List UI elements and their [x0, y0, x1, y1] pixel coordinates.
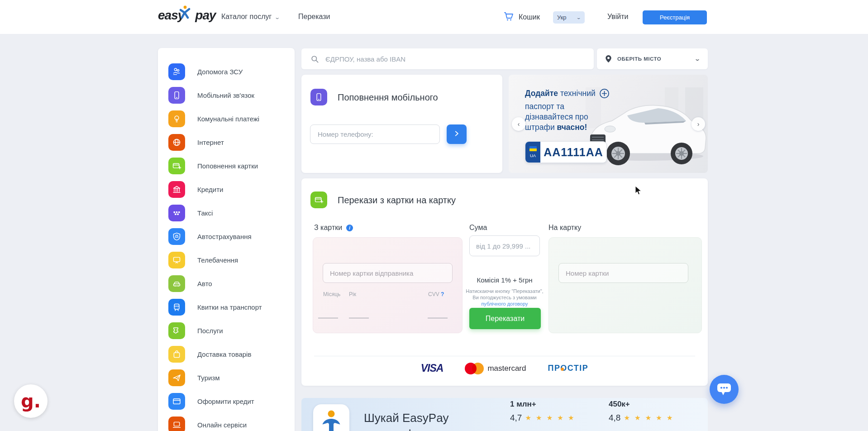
banner-text: Додайте технічний паспорт та дізнавайтес…: [525, 88, 610, 133]
sidebar-item-card[interactable]: Оформити кредит: [158, 389, 295, 413]
sidebar-item-tram[interactable]: Квитки на транспорт: [158, 295, 295, 319]
rating-value: 4,8: [609, 413, 620, 423]
city-select[interactable]: ОБЕРІТЬ МІСТО ⌄: [597, 48, 708, 69]
sidebar-item-tv[interactable]: Телебачення: [158, 248, 295, 272]
puzzle-icon: [168, 322, 185, 339]
mastercard-circles-icon: [465, 363, 484, 374]
cvv-help-icon[interactable]: ?: [441, 291, 444, 297]
topup-submit-button[interactable]: [447, 125, 467, 144]
sidebar-item-phone[interactable]: Мобільний зв'язок: [158, 83, 295, 107]
header: easy pay Каталог послуг⌄ Перекази: [0, 0, 868, 34]
recipient-card-number-input[interactable]: [558, 263, 688, 283]
sidebar-item-plane[interactable]: Туризм: [158, 366, 295, 389]
downloads-count: 1 млн+: [510, 400, 575, 409]
nav-catalog-label: Каталог послуг: [221, 13, 272, 20]
car-icon: [168, 275, 185, 292]
carousel-next-button[interactable]: ›: [692, 117, 705, 131]
language-value: Укр: [557, 14, 567, 21]
store-stat: 1 млн+ 4,7 ★ ★ ★ ★ ★: [510, 400, 575, 423]
card-icon: [168, 393, 185, 410]
year-input[interactable]: [349, 311, 369, 318]
visa-logo: VISA: [421, 362, 444, 374]
easypay-person-icon: [179, 5, 191, 21]
location-pin-icon: [605, 55, 612, 63]
laptop-icon: [168, 417, 185, 431]
year-label: Рік: [349, 291, 356, 297]
phone-icon: [168, 87, 185, 104]
taxi-checkers-icon: [168, 205, 185, 221]
transfer-submit-button[interactable]: Переказати: [469, 308, 541, 329]
app-promo-title: Шукай EasyPay на платформах: [364, 410, 449, 431]
sum-label: Сума: [469, 224, 487, 232]
chevron-down-icon: ⌄: [275, 14, 281, 20]
amount-input[interactable]: [469, 235, 540, 256]
sidebar-item-car[interactable]: Авто: [158, 272, 295, 295]
g-watermark: g.: [14, 384, 48, 418]
sidebar-item-bank[interactable]: Кредити: [158, 177, 295, 201]
hand-coins-icon: [168, 63, 185, 80]
sidebar-item-taxi-checkers[interactable]: Таксі: [158, 201, 295, 225]
sender-card-panel: Місяць Рік CVV ?: [313, 237, 463, 333]
month-input[interactable]: [318, 311, 338, 318]
sidebar-item-car-shield[interactable]: Автострахування: [158, 225, 295, 248]
plate-country-code: UA: [530, 153, 536, 158]
car-shield-icon: [168, 228, 185, 245]
search-bar: [301, 48, 594, 69]
downloads-count: 450к+: [609, 400, 674, 409]
plate-number: AA1111AA: [540, 142, 606, 163]
sidebar-item-bag[interactable]: Доставка товарів: [158, 342, 295, 366]
plane-icon: [168, 369, 185, 386]
cart-button[interactable]: Кошик: [503, 11, 540, 24]
ukraine-flag-icon: [529, 146, 537, 151]
phone-number-input[interactable]: [310, 125, 440, 144]
easypay-logo[interactable]: easy pay: [158, 8, 212, 28]
cart-label: Кошик: [519, 13, 540, 21]
easypay-app-icon: [313, 404, 349, 431]
sidebar-item-bulb[interactable]: Комунальні платежі: [158, 107, 295, 130]
chevron-down-icon: ⌄: [577, 15, 582, 20]
to-card-label: На картку: [548, 224, 581, 232]
nav-catalog[interactable]: Каталог послуг⌄: [221, 13, 280, 21]
search-icon: [310, 55, 319, 63]
info-icon[interactable]: i: [346, 225, 353, 231]
divider: [314, 356, 695, 356]
public-agreement-link[interactable]: публічного договору: [482, 301, 528, 306]
register-button[interactable]: Реєстрація: [643, 10, 707, 24]
rating-stars: ★ ★ ★ ★ ★: [525, 414, 575, 422]
plus-circle-icon: [599, 88, 610, 101]
phone-icon: [310, 89, 327, 105]
sidebar-item-hand-coins[interactable]: Допомога ЗСУ: [158, 60, 295, 83]
tram-icon: [168, 299, 185, 316]
card-transfer-icon: [310, 192, 327, 208]
month-label: Місяць: [323, 291, 340, 297]
chat-button[interactable]: [710, 375, 739, 404]
plate-country-strip: UA: [525, 142, 540, 163]
login-link[interactable]: Увійти: [607, 13, 629, 21]
search-input[interactable]: [325, 55, 594, 63]
city-select-label: ОБЕРІТЬ МІСТО: [617, 56, 695, 62]
agreement-note: Натискаючи кнопку "Переказати", Ви погод…: [451, 288, 558, 307]
mastercard-logo: mastercard: [465, 363, 526, 374]
sidebar-item-card-plus[interactable]: Поповнення картки: [158, 154, 295, 177]
mobile-topup-card: Поповнення мобільного: [301, 75, 502, 173]
chat-bubble-icon: [716, 382, 732, 397]
prostir-logo: ПРОСТІР: [548, 364, 588, 373]
store-stat: 450к+ 4,8 ★ ★ ★ ★ ★: [609, 400, 674, 423]
from-card-label: З карткиi: [314, 224, 353, 232]
bag-icon: [168, 346, 185, 363]
nav-transfers[interactable]: Перекази: [298, 13, 330, 21]
transfer-title: Перекази з картки на картку: [338, 195, 456, 206]
card-transfer-section: Перекази з картки на картку З карткиi Су…: [301, 178, 708, 386]
sender-card-number-input[interactable]: [323, 263, 453, 283]
cvv-input[interactable]: [428, 311, 448, 318]
tv-icon: [168, 252, 185, 268]
sidebar-item-globe[interactable]: Інтернет: [158, 130, 295, 154]
sidebar-item-puzzle[interactable]: Послуги: [158, 319, 295, 342]
carousel-prev-button[interactable]: ‹: [512, 117, 525, 131]
promo-banner[interactable]: Додайте технічний паспорт та дізнавайтес…: [509, 75, 708, 173]
nav-transfers-label: Перекази: [298, 13, 330, 20]
services-sidebar: Допомога ЗСУ Мобільний зв'язок Комунальн…: [158, 48, 295, 431]
language-select[interactable]: Укр ⌄: [553, 11, 585, 24]
card-plus-icon: [168, 158, 185, 174]
sidebar-item-laptop[interactable]: Онлайн сервіси: [158, 413, 295, 431]
